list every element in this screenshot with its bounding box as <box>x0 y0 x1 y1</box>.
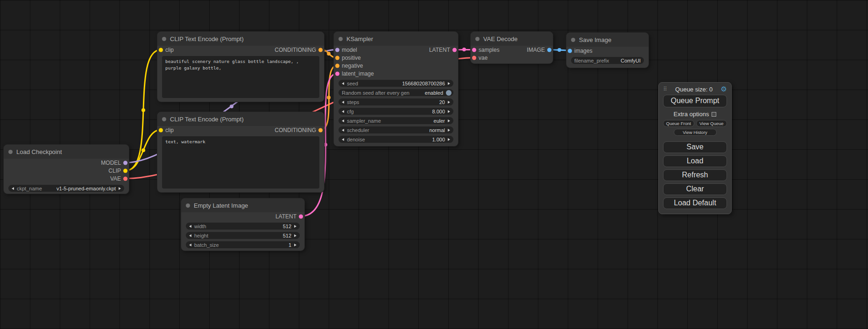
drag-handle-icon[interactable]: ⠿ <box>663 86 667 92</box>
load-default-button[interactable]: Load Default <box>663 197 727 209</box>
node-titlebar[interactable]: Load Checkpoint <box>4 145 129 159</box>
node-load-checkpoint[interactable]: Load Checkpoint MODEL CLIP VAE ckpt_name… <box>4 145 129 194</box>
increment-arrow-icon[interactable] <box>448 82 450 85</box>
widget-random-seed-toggle[interactable]: Random seed after every gen enabled <box>339 89 453 96</box>
node-vae-decode[interactable]: VAE Decode samples IMAGE vae <box>471 32 553 63</box>
widget-value: 8.000 <box>432 109 445 114</box>
output-port-conditioning[interactable] <box>318 128 323 132</box>
decrement-arrow-icon[interactable] <box>12 187 14 190</box>
input-port-negative[interactable] <box>335 63 339 68</box>
input-port-latent-image[interactable] <box>335 71 339 76</box>
increment-arrow-icon[interactable] <box>448 138 450 141</box>
save-button[interactable]: Save <box>663 141 727 153</box>
settings-gear-icon[interactable]: ⚙ <box>721 85 727 93</box>
node-graph-canvas[interactable]: { "colors": { "model": "#B39DDB", "clip"… <box>0 0 868 329</box>
increment-arrow-icon[interactable] <box>448 129 450 132</box>
output-port-clip[interactable] <box>123 168 127 173</box>
widget-denoise[interactable]: denoise 1.000 <box>339 136 453 143</box>
link-midpoint-dot <box>141 148 145 152</box>
widget-value: 1.000 <box>432 137 445 142</box>
increment-arrow-icon[interactable] <box>448 119 450 122</box>
node-clip-text-encode-positive[interactable]: CLIP Text Encode (Prompt) clip CONDITION… <box>157 32 324 102</box>
output-port-vae[interactable] <box>123 176 127 181</box>
collapse-dot-icon[interactable] <box>162 117 166 121</box>
node-titlebar[interactable]: Save Image <box>566 33 649 47</box>
slot-label: LATENT <box>275 213 296 220</box>
slot-label: CONDITIONING <box>275 47 316 53</box>
toggle-knob-icon[interactable] <box>446 90 452 96</box>
view-queue-button[interactable]: View Queue <box>696 120 727 127</box>
decrement-arrow-icon[interactable] <box>189 244 191 246</box>
queue-front-button[interactable]: Queue Front <box>663 120 694 127</box>
widget-value: enabled <box>425 90 443 96</box>
output-port-latent[interactable] <box>299 214 303 218</box>
increment-arrow-icon[interactable] <box>119 187 121 190</box>
output-port-image[interactable] <box>547 48 551 52</box>
decrement-arrow-icon[interactable] <box>189 234 191 237</box>
input-port-images[interactable] <box>568 49 572 53</box>
node-ksampler[interactable]: KSampler model LATENT positive negative … <box>334 32 458 146</box>
widget-sampler-name[interactable]: sampler_name euler <box>339 117 453 124</box>
node-save-image[interactable]: Save Image images filename_prefix ComfyU… <box>566 33 649 68</box>
clear-button[interactable]: Clear <box>663 183 727 195</box>
collapse-dot-icon[interactable] <box>475 37 480 41</box>
decrement-arrow-icon[interactable] <box>342 129 344 132</box>
widget-seed[interactable]: seed 156680208700286 <box>339 80 453 87</box>
widget-batch-size[interactable]: batch_size 1 <box>186 241 300 248</box>
output-port-model[interactable] <box>123 161 127 165</box>
slot-row: clip CONDITIONING <box>157 126 324 134</box>
node-empty-latent-image[interactable]: Empty Latent Image LATENT width 512 heig… <box>181 198 304 251</box>
slot-label: negative <box>342 63 363 69</box>
input-port-samples[interactable] <box>472 48 476 52</box>
widget-ckpt-name[interactable]: ckpt_name v1-5-pruned-emaonly.ckpt <box>8 185 124 192</box>
slot-label: vae <box>479 55 487 61</box>
increment-arrow-icon[interactable] <box>448 110 450 113</box>
widget-scheduler[interactable]: scheduler normal <box>339 126 453 133</box>
collapse-dot-icon[interactable] <box>186 203 190 208</box>
widget-label: seed <box>347 81 358 86</box>
node-titlebar[interactable]: CLIP Text Encode (Prompt) <box>157 112 324 126</box>
widget-steps[interactable]: steps 20 <box>339 98 453 105</box>
decrement-arrow-icon[interactable] <box>189 225 191 228</box>
decrement-arrow-icon[interactable] <box>342 110 344 113</box>
node-titlebar[interactable]: Empty Latent Image <box>181 198 304 212</box>
widget-height[interactable]: height 512 <box>186 232 300 239</box>
collapse-dot-icon[interactable] <box>339 37 343 41</box>
view-history-button[interactable]: View History <box>674 129 717 136</box>
widget-cfg[interactable]: cfg 8.000 <box>339 108 453 115</box>
prompt-textarea[interactable]: text, watermark <box>162 136 319 189</box>
slot-label: VAE <box>110 175 121 182</box>
input-port-model[interactable] <box>335 48 339 52</box>
node-titlebar[interactable]: CLIP Text Encode (Prompt) <box>157 32 324 46</box>
load-button[interactable]: Load <box>663 155 727 167</box>
collapse-dot-icon[interactable] <box>162 37 166 41</box>
node-titlebar[interactable]: KSampler <box>334 32 458 46</box>
increment-arrow-icon[interactable] <box>448 101 450 104</box>
input-port-clip[interactable] <box>159 48 163 52</box>
refresh-button[interactable]: Refresh <box>663 169 727 181</box>
node-title: Save Image <box>579 36 611 43</box>
input-port-clip[interactable] <box>159 128 163 132</box>
input-port-vae[interactable] <box>472 56 476 60</box>
collapse-dot-icon[interactable] <box>8 150 13 154</box>
increment-arrow-icon[interactable] <box>294 225 296 228</box>
output-port-latent[interactable] <box>452 48 457 52</box>
widget-filename-prefix[interactable]: filename_prefix ComfyUI <box>571 57 644 64</box>
decrement-arrow-icon[interactable] <box>342 119 344 122</box>
widget-width[interactable]: width 512 <box>186 223 300 230</box>
decrement-arrow-icon[interactable] <box>342 101 344 104</box>
node-titlebar[interactable]: VAE Decode <box>471 32 553 46</box>
link-midpoint-dot <box>557 48 561 52</box>
decrement-arrow-icon[interactable] <box>342 138 344 141</box>
increment-arrow-icon[interactable] <box>294 244 296 246</box>
collapse-dot-icon[interactable] <box>571 38 575 42</box>
decrement-arrow-icon[interactable] <box>342 82 344 85</box>
increment-arrow-icon[interactable] <box>294 234 296 237</box>
input-port-positive[interactable] <box>335 56 339 60</box>
node-clip-text-encode-negative[interactable]: CLIP Text Encode (Prompt) clip CONDITION… <box>157 112 324 192</box>
output-port-conditioning[interactable] <box>318 48 323 52</box>
prompt-textarea[interactable]: beautiful scenery nature glass bottle la… <box>162 56 319 98</box>
widget-value: v1-5-pruned-emaonly.ckpt <box>56 186 116 191</box>
extra-options-checkbox[interactable] <box>712 112 716 117</box>
queue-prompt-button[interactable]: Queue Prompt <box>663 95 727 107</box>
